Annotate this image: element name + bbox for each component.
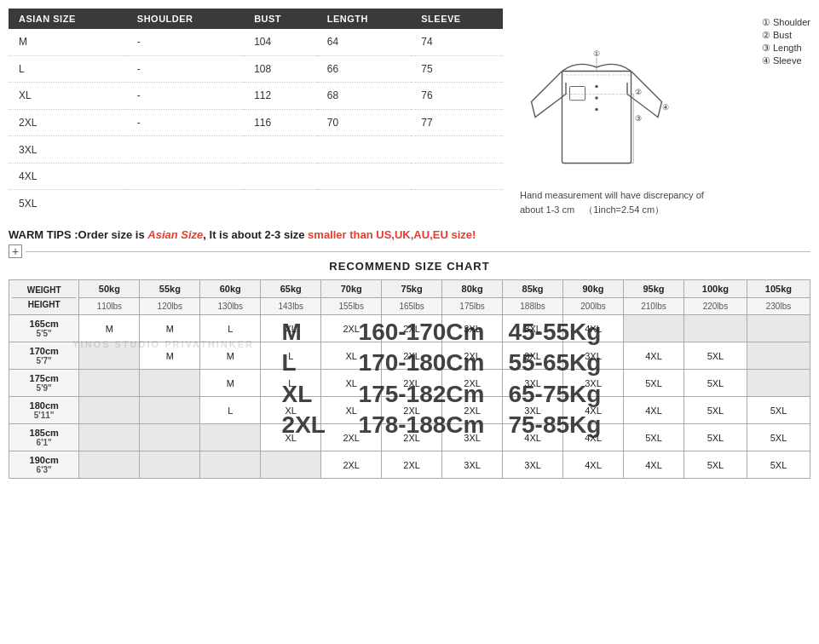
size-cell: 4XL — [9, 163, 127, 190]
kg-85: 85kg — [503, 280, 563, 298]
shirt-diagram-area: ① ② ③ ④ ① Shoulder ② Bust ③ Length ④ Sle… — [520, 9, 810, 216]
sleeve-cell — [411, 136, 503, 164]
recommend-cell: 5XL — [747, 397, 810, 424]
bust-cell: 108 — [244, 55, 317, 83]
bust-cell: 104 — [244, 29, 317, 55]
recommend-cell — [261, 451, 321, 479]
kg-55: 55kg — [140, 280, 200, 298]
height-ft-val: 5'7" — [14, 356, 74, 365]
recommend-cell: XL — [321, 370, 382, 397]
recommend-cell: 4XL — [623, 451, 683, 479]
recommend-cell: 5XL — [623, 424, 683, 451]
recommend-cell — [140, 451, 200, 479]
lbs-220: 220lbs — [683, 298, 747, 315]
size-cell: 2XL — [9, 109, 127, 136]
recommend-cell: L — [261, 342, 321, 370]
recommend-cell — [79, 342, 140, 370]
recommend-cell: 5XL — [747, 424, 810, 451]
kg-75: 75kg — [382, 280, 442, 298]
col-header-asian-size: ASIAN SIZE — [9, 9, 127, 29]
size-row: 4XL — [9, 163, 503, 190]
recommend-title: RECOMMEND SIZE CHART — [9, 260, 810, 273]
recommend-row: 190cm 6'3" 2XL2XL3XL3XL4XL4XL5XL5XL — [9, 451, 810, 479]
length-cell: 68 — [317, 83, 412, 110]
recommend-cell: 5XL — [683, 424, 747, 451]
length-cell: 66 — [317, 55, 412, 83]
recommend-cell: 2XL — [382, 342, 442, 370]
recommend-cell — [747, 342, 810, 370]
recommend-cell: L — [200, 397, 261, 424]
recommend-cell: 2XL — [442, 370, 503, 397]
recommend-cell: 3XL — [563, 342, 624, 370]
recommend-cell: 4XL — [563, 451, 624, 479]
warm-tips-middle: , It is about 2-3 size — [203, 228, 308, 241]
kg-100: 100kg — [683, 280, 747, 298]
lbs-175: 175lbs — [442, 298, 503, 315]
size-row: 5XL — [9, 190, 503, 216]
col-header-sleeve: SLEEVE — [411, 9, 503, 29]
height-cm-val: 180cm — [14, 400, 74, 411]
height-cm-val: 175cm — [14, 373, 74, 383]
recommend-cell: 4XL — [563, 397, 624, 424]
diagram-label-4: ④ Sleeve — [762, 55, 810, 66]
warm-tips-prefix: WARM TIPS :Order size is — [9, 228, 147, 241]
size-row: 3XL — [9, 136, 503, 164]
recommend-cell — [200, 424, 261, 451]
svg-text:④: ④ — [662, 103, 669, 112]
kg-50: 50kg — [79, 280, 140, 298]
recommend-cell — [79, 451, 140, 479]
size-cell: L — [9, 55, 127, 83]
size-table-section: ASIAN SIZE SHOULDER BUST LENGTH SLEEVE M… — [9, 9, 810, 216]
kg-80: 80kg — [442, 280, 503, 298]
recommend-cell: M — [200, 342, 261, 370]
recommend-cell: 2XL — [382, 451, 442, 479]
shoulder-cell: - — [127, 29, 244, 55]
lbs-155: 155lbs — [321, 298, 382, 315]
recommend-row: 175cm 5'9" MLXL2XL2XL3XL3XL5XL5XL — [9, 370, 810, 397]
kg-105: 105kg — [747, 280, 810, 298]
sleeve-cell: 77 — [411, 109, 503, 136]
bust-cell: 112 — [244, 83, 317, 110]
height-cm-val: 185cm — [14, 428, 74, 438]
recommend-cell: 5XL — [683, 397, 747, 424]
lbs-188: 188lbs — [503, 298, 563, 315]
sleeve-cell: 74 — [411, 29, 503, 55]
recommend-cell: 2XL — [382, 397, 442, 424]
bust-cell — [244, 163, 317, 190]
recommend-cell: 2XL — [382, 424, 442, 451]
recommend-cell: 2XL — [321, 315, 382, 342]
recommend-cell: 5XL — [683, 342, 747, 370]
bust-cell — [244, 136, 317, 164]
warm-tips-smaller: smaller than US,UK,AU,EU size! — [308, 228, 476, 241]
lbs-210: 210lbs — [623, 298, 683, 315]
size-row: M - 104 64 74 — [9, 29, 503, 55]
shoulder-cell — [127, 136, 244, 164]
recommend-cell: 2XL — [321, 451, 382, 479]
height-label-cell: 190cm 6'3" — [9, 451, 79, 479]
height-label-cell: 170cm 5'7" — [9, 342, 79, 370]
kg-65: 65kg — [261, 280, 321, 298]
recommend-cell — [79, 424, 140, 451]
height-cm-val: 190cm — [14, 455, 74, 465]
recommend-cell: 2XL — [382, 370, 442, 397]
recommend-cell: 4XL — [623, 397, 683, 424]
lbs-120: 120lbs — [140, 298, 200, 315]
lbs-230: 230lbs — [747, 298, 810, 315]
recommend-cell: 2XL — [442, 342, 503, 370]
recommend-cell: M — [200, 370, 261, 397]
measurement-note: Hand measurement will have discrepancy o… — [520, 188, 810, 216]
recommend-cell: 4XL — [563, 424, 624, 451]
recommend-cell: 4XL — [503, 424, 563, 451]
kg-90: 90kg — [563, 280, 624, 298]
size-row: XL - 112 68 76 — [9, 83, 503, 110]
recommend-cell — [747, 370, 810, 397]
sleeve-cell — [411, 190, 503, 216]
recommend-row: 170cm 5'7" MMLXL2XL2XL3XL3XL4XL5XL — [9, 342, 810, 370]
height-ft-val: 5'11" — [14, 411, 74, 420]
recommend-cell: 5XL — [747, 451, 810, 479]
col-header-shoulder: SHOULDER — [127, 9, 244, 29]
shoulder-cell — [127, 163, 244, 190]
diagram-label-2: ② Bust — [762, 30, 810, 41]
col-header-length: LENGTH — [317, 9, 412, 29]
kg-60: 60kg — [200, 280, 261, 298]
